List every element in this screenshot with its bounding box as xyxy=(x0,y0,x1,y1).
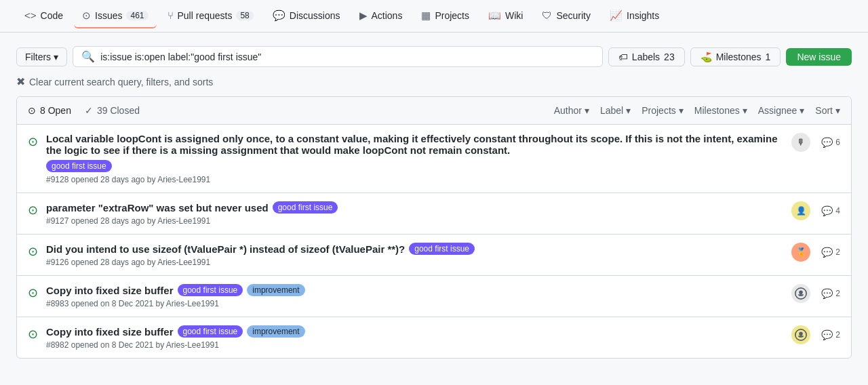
comment-icon: 💬 xyxy=(821,329,833,340)
projects-chevron-icon: ▾ xyxy=(679,105,684,116)
issue-title: parameter "extraRow" was set but never u… xyxy=(46,201,783,214)
assignee-filter[interactable]: Assignee ▾ xyxy=(758,105,805,116)
labels-button[interactable]: 🏷 Labels 23 xyxy=(608,47,685,66)
milestones-filter[interactable]: Milestones ▾ xyxy=(694,105,747,116)
comment-count: 💬 2 xyxy=(821,288,840,299)
milestones-chevron-icon: ▾ xyxy=(743,105,747,116)
nav-item-code[interactable]: <> Code xyxy=(16,4,71,28)
code-icon: <> xyxy=(24,9,37,21)
issue-right: 💬 2 xyxy=(791,325,840,344)
nav-item-issues[interactable]: ⊙ Issues 461 xyxy=(74,4,157,28)
comment-icon: 💬 xyxy=(821,288,833,299)
comment-number: 4 xyxy=(835,206,840,216)
discussions-icon: 💬 xyxy=(273,9,285,22)
issue-meta: #9126 opened 28 days ago by Aries-Lee199… xyxy=(46,258,783,267)
closed-issues-toggle[interactable]: ✓ 39 Closed xyxy=(85,105,140,116)
issue-label-tag[interactable]: improvement xyxy=(247,284,304,296)
issue-title-link[interactable]: Copy into fixed size buffer xyxy=(46,326,174,338)
issue-body: parameter "extraRow" was set but never u… xyxy=(46,201,783,226)
nav-item-wiki[interactable]: 📖 Wiki xyxy=(480,4,531,28)
author-label: Author xyxy=(554,105,582,116)
issue-row: ⊙ Copy into fixed size buffer good first… xyxy=(17,317,851,358)
nav-label-pullrequests: Pull requests xyxy=(178,10,233,21)
projects-filter[interactable]: Projects ▾ xyxy=(642,105,684,116)
sort-filter-label: Sort xyxy=(815,105,833,116)
sort-chevron-icon: ▾ xyxy=(835,105,840,116)
author-chevron-icon: ▾ xyxy=(585,105,589,116)
clear-search-bar[interactable]: ✖ Clear current search query, filters, a… xyxy=(16,75,852,88)
issue-title-link[interactable]: Did you intend to use sizeof (tValuePair… xyxy=(46,243,405,255)
issue-label-tag[interactable]: good first issue xyxy=(273,201,338,214)
issue-meta: #8983 opened on 8 Dec 2021 by Aries-Lee1… xyxy=(46,299,783,308)
labels-count: 23 xyxy=(664,52,675,62)
issue-label-tag[interactable]: good first issue xyxy=(409,243,475,255)
actions-icon: ▶ xyxy=(359,9,368,22)
label-filter[interactable]: Label ▾ xyxy=(600,105,631,116)
issue-row: ⊙ parameter "extraRow" was set but never… xyxy=(17,193,851,235)
issues-header: ⊙ 8 Open ✓ 39 Closed Author ▾ Label ▾ xyxy=(17,97,851,125)
nav-label-issues: Issues xyxy=(95,10,122,21)
issue-title-link[interactable]: parameter "extraRow" was set but never u… xyxy=(46,202,269,214)
clear-icon: ✖ xyxy=(16,75,25,88)
insights-icon: 📈 xyxy=(610,9,623,22)
comment-count: 💬 6 xyxy=(821,137,840,148)
issues-container: ⊙ 8 Open ✓ 39 Closed Author ▾ Label ▾ xyxy=(16,96,852,359)
nav-label-discussions: Discussions xyxy=(290,10,340,21)
main-content: Filters ▾ 🔍 🏷 Labels 23 ⛳ Milestones 1 N… xyxy=(0,33,868,372)
comment-icon: 💬 xyxy=(821,137,833,148)
author-filter[interactable]: Author ▾ xyxy=(554,105,589,116)
comment-count: 💬 2 xyxy=(821,329,840,340)
issue-title: Did you intend to use sizeof (tValuePair… xyxy=(46,243,783,255)
issue-label-tag[interactable]: good first issue xyxy=(178,284,243,296)
nav-label-wiki: Wiki xyxy=(505,10,523,21)
issues-toolbar: Filters ▾ 🔍 🏷 Labels 23 ⛳ Milestones 1 N… xyxy=(16,46,852,67)
comment-count: 💬 2 xyxy=(821,247,840,258)
sort-filter[interactable]: Sort ▾ xyxy=(815,105,840,116)
nav-item-insights[interactable]: 📈 Insights xyxy=(601,4,667,28)
pr-icon: ⑂ xyxy=(167,9,174,21)
avatar xyxy=(791,284,810,303)
nav-item-actions[interactable]: ▶ Actions xyxy=(351,4,411,28)
filters-button[interactable]: Filters ▾ xyxy=(16,47,67,66)
comment-number: 2 xyxy=(835,247,840,257)
issue-open-icon: ⊙ xyxy=(28,134,38,149)
milestones-filter-label: Milestones xyxy=(694,105,740,116)
issue-label-tag[interactable]: improvement xyxy=(247,325,304,338)
issue-label-tag[interactable]: good first issue xyxy=(178,325,243,338)
nav-item-pullrequests[interactable]: ⑂ Pull requests 58 xyxy=(159,4,262,28)
avatar: 👤 xyxy=(791,201,810,220)
nav-item-discussions[interactable]: 💬 Discussions xyxy=(264,4,349,28)
assignee-chevron-icon: ▾ xyxy=(800,105,804,116)
milestones-label: Milestones xyxy=(716,52,762,62)
milestone-icon: ⛳ xyxy=(701,52,712,62)
issue-row: ⊙ Did you intend to use sizeof (tValuePa… xyxy=(17,235,851,276)
issue-body: Local variable loopCont is assigned only… xyxy=(46,133,783,184)
avatar: 🎙 xyxy=(791,133,810,152)
issue-open-icon: ⊙ xyxy=(28,285,38,300)
issue-meta: #8982 opened on 8 Dec 2021 by Aries-Lee1… xyxy=(46,340,783,350)
nav-item-projects[interactable]: ▦ Projects xyxy=(413,4,477,28)
issues-icon: ⊙ xyxy=(82,9,91,22)
projects-icon: ▦ xyxy=(421,9,431,22)
milestones-count: 1 xyxy=(766,52,771,62)
label-tag-icon: 🏷 xyxy=(618,52,628,62)
pr-badge: 58 xyxy=(236,11,253,20)
issue-title-link[interactable]: Copy into fixed size buffer xyxy=(46,285,174,296)
wiki-icon: 📖 xyxy=(488,9,501,22)
new-issue-button[interactable]: New issue xyxy=(786,48,852,66)
issue-title: Copy into fixed size buffer good first i… xyxy=(46,284,783,296)
nav-label-security: Security xyxy=(556,10,591,21)
open-circle-icon: ⊙ xyxy=(28,105,36,116)
issue-body: Did you intend to use sizeof (tValuePair… xyxy=(46,243,783,267)
issue-row: ⊙ Copy into fixed size buffer good first… xyxy=(17,276,851,317)
search-box: 🔍 xyxy=(73,46,603,67)
open-issues-toggle[interactable]: ⊙ 8 Open xyxy=(28,105,71,116)
nav-item-security[interactable]: 🛡 Security xyxy=(534,4,599,28)
issue-label-tag[interactable]: good first issue xyxy=(46,160,112,172)
issue-title: Copy into fixed size buffer good first i… xyxy=(46,325,783,338)
issue-title-link[interactable]: Local variable loopCont is assigned only… xyxy=(46,133,783,156)
nav-label-actions: Actions xyxy=(372,10,403,21)
milestones-button[interactable]: ⛳ Milestones 1 xyxy=(690,47,781,66)
search-input[interactable] xyxy=(100,52,594,62)
label-filter-label: Label xyxy=(600,105,623,116)
